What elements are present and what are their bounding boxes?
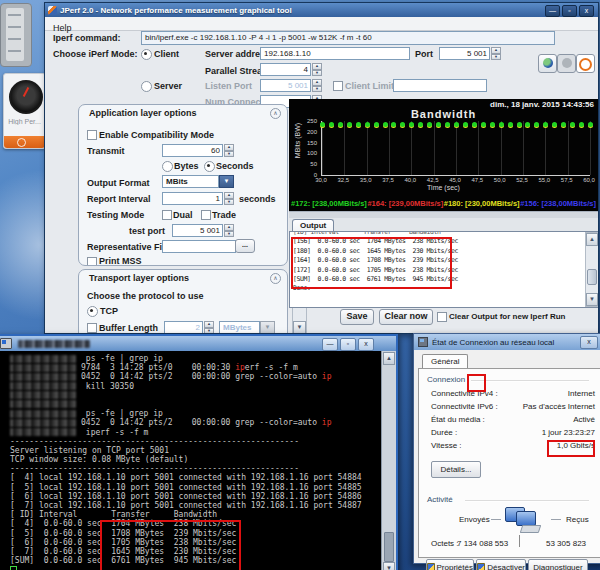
- y-tick-label: 100: [291, 150, 317, 156]
- gauge-needle: [23, 87, 29, 97]
- terminal-text: TCP window size: 0.08 MByte (default): [10, 455, 188, 464]
- disable-button[interactable]: Désactiver: [476, 559, 526, 570]
- output-format-combo[interactable]: MBits ▼: [162, 175, 234, 188]
- terminal-scrollbar[interactable]: ▲ ▼: [381, 351, 396, 570]
- seconds-radio[interactable]: [204, 161, 215, 172]
- x-tick-label: 40,0: [404, 177, 416, 183]
- transmit-spinner[interactable]: 60 ▲▼: [162, 144, 234, 157]
- report-interval-spinner[interactable]: 1 ▲▼: [162, 192, 234, 205]
- terminal-line: [ 6] 0.0-60.0 sec 1705 MBytes 238 Mbits/…: [10, 538, 382, 547]
- tcp-radio[interactable]: [87, 306, 98, 317]
- transmit-value[interactable]: 60: [162, 144, 223, 157]
- terminal-body[interactable]: ps -fe | grep ip9784 3 14:28 pts/0 00:00…: [0, 351, 382, 570]
- scrollbar-thumb[interactable]: [384, 532, 394, 562]
- spinner-arrows[interactable]: ▲▼: [312, 63, 322, 76]
- chart-x-axis-label: Time (sec): [289, 184, 598, 191]
- server-address-field[interactable]: 192.168.1.10: [260, 47, 410, 60]
- parallel-streams-value[interactable]: 4: [260, 63, 311, 76]
- combo-arrow-icon[interactable]: ▼: [219, 175, 234, 188]
- scroll-up-icon[interactable]: ▲: [586, 233, 598, 246]
- collapse-icon[interactable]: ∧: [270, 108, 281, 119]
- scroll-down-icon[interactable]: ▼: [383, 562, 395, 570]
- data-point: [338, 122, 343, 127]
- properties-button[interactable]: Propriétés: [426, 559, 474, 570]
- connection-row-label: Durée :: [431, 428, 457, 437]
- performance-gauge-gadget[interactable]: High Per...: [3, 73, 46, 149]
- browse-button[interactable]: ...: [235, 239, 255, 253]
- port-value[interactable]: 5 001: [439, 47, 490, 60]
- data-point: [508, 122, 513, 127]
- testing-mode-label: Testing Mode: [87, 210, 144, 220]
- dual-checkbox[interactable]: [162, 210, 172, 220]
- details-button[interactable]: Détails...: [431, 461, 481, 478]
- client-limit-field: [393, 79, 487, 92]
- scroll-down-icon[interactable]: ▼: [293, 321, 306, 333]
- iperf-command-field[interactable]: bin/iperf.exe -c 192.168.1.10 -P 4 -i 1 …: [141, 31, 555, 45]
- details-button-label: Détails...: [440, 465, 471, 474]
- gadget-line: [8, 26, 21, 28]
- buffer-unit-value: MBytes: [219, 321, 260, 333]
- stop-iperf-button[interactable]: [557, 54, 576, 73]
- spin-down-icon: ▼: [312, 86, 322, 93]
- output-done-line: Done.: [293, 284, 598, 293]
- client-mode-label: Client: [154, 49, 179, 59]
- close-icon[interactable]: x: [358, 338, 374, 351]
- clear-now-button[interactable]: Clear now: [379, 309, 433, 325]
- client-mode-radio[interactable]: [141, 49, 152, 60]
- spinner-arrows[interactable]: ▲▼: [224, 224, 234, 237]
- spin-down-icon: ▼: [491, 54, 501, 61]
- jperf-titlebar[interactable]: JPerf 2.0 - Network performance measurem…: [45, 3, 598, 17]
- y-tick-label: 150: [291, 140, 317, 146]
- output-scrollbar[interactable]: ▲ ▼: [585, 232, 598, 307]
- sidebar-gadget[interactable]: [0, 3, 32, 67]
- spinner-arrows[interactable]: ▲▼: [224, 192, 234, 205]
- scrollbar-thumb[interactable]: [587, 269, 597, 285]
- scroll-up-icon[interactable]: ▲: [383, 352, 395, 365]
- redacted-text: [10, 400, 76, 408]
- terminal-line: 0452 0 14:42 pts/2 00:00:00 grep --color…: [10, 372, 382, 381]
- print-mss-checkbox[interactable]: [87, 257, 97, 266]
- buffer-length-value: 2: [164, 321, 203, 333]
- collapse-icon[interactable]: ∧: [270, 273, 281, 284]
- output-textarea[interactable]: [ID] Interval Transfer Bandwidth[156] 0.…: [289, 231, 598, 308]
- jperf-body: Iperf command: bin/iperf.exe -c 192.168.…: [45, 30, 598, 333]
- data-point: [356, 122, 361, 127]
- compatibility-mode-checkbox[interactable]: [87, 130, 97, 140]
- report-interval-value[interactable]: 1: [162, 192, 223, 205]
- highlighted-match-text: ip: [322, 418, 332, 427]
- test-port-spinner[interactable]: 5 001 ▲▼: [172, 224, 234, 237]
- buffer-length-checkbox[interactable]: [87, 323, 97, 333]
- restart-iperf-button[interactable]: [576, 54, 595, 73]
- server-mode-radio[interactable]: [141, 81, 152, 92]
- close-icon[interactable]: x: [579, 5, 594, 17]
- diagnose-button[interactable]: Diagnostiquer: [528, 559, 588, 570]
- test-port-value[interactable]: 5 001: [172, 224, 223, 237]
- client-limit-checkbox[interactable]: [333, 81, 343, 91]
- maximize-icon[interactable]: ▫: [340, 338, 356, 351]
- x-tick-label: 32,5: [337, 177, 349, 183]
- maximize-icon[interactable]: ▫: [562, 5, 577, 17]
- record-icon: [17, 138, 26, 147]
- save-button[interactable]: Save: [340, 309, 374, 325]
- terminal-line: [10, 391, 382, 400]
- spinner-arrows[interactable]: ▲▼: [491, 47, 501, 60]
- representative-file-field[interactable]: [162, 240, 236, 253]
- close-icon[interactable]: x: [580, 336, 598, 349]
- minimize-icon[interactable]: —: [545, 5, 560, 17]
- spinner-arrows[interactable]: ▲▼: [224, 144, 234, 157]
- representative-file-label: Representative File: [87, 242, 170, 252]
- clear-output-checkbox[interactable]: [437, 312, 447, 322]
- terminal-text: ps -fe | grep ip: [81, 409, 163, 418]
- terminal-line: [ 7] 0.0-60.0 sec 1645 MBytes 230 Mbits/…: [10, 547, 382, 556]
- scroll-down-icon[interactable]: ▼: [586, 293, 598, 306]
- run-iperf-button[interactable]: [538, 54, 557, 73]
- minimize-icon[interactable]: —: [322, 338, 338, 351]
- bytes-radio[interactable]: [162, 161, 173, 172]
- parallel-streams-spinner[interactable]: 4 ▲▼: [260, 63, 322, 76]
- port-spinner[interactable]: 5 001 ▲▼: [439, 47, 501, 60]
- terminal-text: [ 5] 0.0-60.0 sec 1708 MBytes 239 Mbits/…: [10, 529, 236, 538]
- dialog-titlebar[interactable]: État de Connexion au réseau local: [414, 334, 600, 350]
- gridline: [545, 121, 546, 175]
- gridline: [367, 121, 368, 175]
- trade-checkbox[interactable]: [201, 210, 211, 220]
